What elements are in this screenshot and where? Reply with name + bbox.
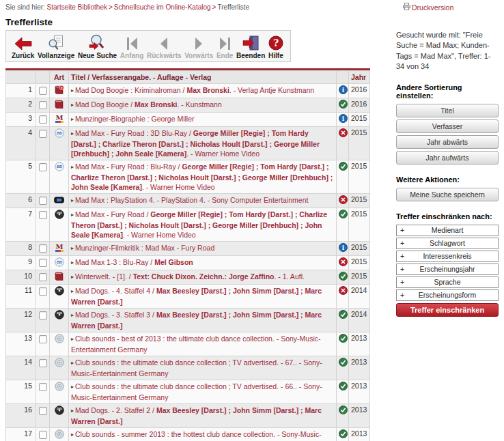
help-question-icon: ? [268,35,283,51]
title-link[interactable]: ▸Club sounds : the ultimate club dance c… [71,358,322,378]
facet-label: Sprache [434,278,460,286]
title-link[interactable]: ▸Mad Dog Boogie / Max Bronski. - Kunstma… [71,100,222,109]
title-link[interactable]: ▸Club sounds : the ultimate club dance c… [71,382,322,401]
action-button-meine-suche-speichern[interactable]: Meine Suche speichern [396,188,499,201]
title-link[interactable]: ▸Club sounds - best of 2013 : the ultima… [71,335,321,354]
title-link[interactable]: ▸Mad Dogs. - 3. Staffel 3 / Max Beesley … [71,311,322,330]
title-link[interactable]: ▸Mad Max - Fury Road : Blu-Ray / George … [71,162,333,191]
facet-label: Schlagwort [430,239,465,247]
toolbar-label: Hilfe [268,52,283,59]
status-available-icon [339,408,348,416]
svg-text:?: ? [273,38,279,48]
header-status [337,71,349,84]
facet-medienart[interactable]: + Medienart [396,225,499,236]
result-row: 15 ▸Club sounds : the ultimate club danc… [6,380,370,404]
facet-erscheinungsjahr[interactable]: + Erscheinungsjahr [396,264,499,275]
row-checkbox[interactable] [39,211,47,219]
printer-icon [403,3,410,12]
title-link[interactable]: ▸Mad Max - Fury Road : 3D Blu-Ray / Geor… [71,129,320,158]
expand-plus-icon: + [400,226,404,234]
facet-erscheinungsform[interactable]: + Erscheinungsform [396,289,499,301]
status-available-icon [339,212,348,220]
header-checkbox [36,71,50,84]
result-row: 2 ▸Mad Dog Boogie / Max Bronski. - Kunst… [6,98,370,113]
row-number: 17 [6,428,36,441]
row-year: 2013 [349,332,370,356]
toolbar-hilfe-button[interactable]: ? Hilfe [268,33,283,59]
row-checkbox[interactable] [39,101,47,109]
title-link[interactable]: ▸Munzinger-Biographie : George Miller [71,115,195,123]
arrow-previous-icon [159,37,169,51]
magnifier-document-icon [48,35,64,51]
toolbar-beenden-button[interactable]: Beenden [236,33,265,59]
row-number: 10 [6,270,36,285]
result-row: 6 ▸Mad Max : PlayStation 4. - PlayStatio… [6,194,370,208]
toolbar-label: Rückwärts [147,52,182,59]
row-checkbox[interactable] [39,383,47,391]
magnifier-new-icon [88,34,107,51]
print-version-link[interactable]: Druckversion [403,3,453,12]
sort-button-jahr-abwarts[interactable]: Jahr abwärts [396,135,499,149]
title-link[interactable]: ▸Mad Max - Fury Road / George Miller [Re… [71,210,327,239]
toolbar-zuruck-button[interactable]: Zurück [12,33,34,59]
toolbar-label: Anfang [120,52,143,59]
expand-triangle-icon: ▸ [71,408,74,414]
svg-text:DVD: DVD [57,288,62,291]
facet-interessenkreis[interactable]: + Interessenkreis [396,251,499,262]
row-checkbox[interactable] [39,163,47,171]
sort-button-jahr-aufwarts[interactable]: Jahr aufwärts [396,151,499,165]
status-available-icon [339,431,348,440]
row-number: 15 [6,380,36,404]
sort-button-verfasser[interactable]: Verfasser [396,119,499,133]
row-number: 11 [6,285,36,309]
title-link[interactable]: ▸Mad Dogs. - 4. Staffel 4 / Max Beesley … [71,287,322,306]
title-link[interactable]: ▸Mad Dogs. - 2. Staffel 2 / Max Beesley … [71,406,322,425]
title-link[interactable]: ▸Munzinger-Filmkritik : Mad Max - Fury R… [71,244,214,252]
title-link[interactable]: ▸Mad Dog Boogie : Kriminalroman / Max Br… [71,86,314,94]
breadcrumb-link-schnellsuche-im-online-katalog[interactable]: Schnellsuche im Online-Katalog [114,3,211,11]
row-year: 2014 [349,309,370,332]
row-checkbox[interactable] [39,273,47,281]
cd-icon [55,384,64,393]
row-checkbox[interactable] [39,287,47,296]
expand-triangle-icon: ▸ [71,130,74,137]
facet-sprache[interactable]: + Sprache [396,276,499,288]
row-checkbox[interactable] [39,311,47,319]
row-checkbox[interactable] [39,87,47,95]
row-checkbox[interactable] [39,407,47,415]
svg-text:M: M [55,243,63,251]
row-checkbox[interactable] [39,130,47,138]
row-checkbox[interactable] [39,115,47,124]
toolbar-vollanzeige-button[interactable]: Vollanzeige [38,33,74,59]
svg-text:BD: BD [57,165,62,169]
expand-triangle-icon: ▸ [71,259,74,266]
breadcrumb-link-startseite-bibliothek[interactable]: Startseite Bibliothek [47,3,107,11]
facet-schlagwort[interactable]: + Schlagwort [396,238,499,249]
title-link[interactable]: ▸Mad Max : PlayStation 4. - PlayStation … [71,196,308,204]
row-number: 13 [6,332,36,356]
restrict-results-button[interactable]: Treffer einschränken [396,303,499,317]
row-checkbox[interactable] [39,244,47,253]
result-row: 17 ▸Club sounds - summer 2013 : the hott… [6,428,370,441]
row-checkbox[interactable] [39,197,47,205]
dvd-icon: DVD [55,408,64,416]
result-row: 10 ▸Winterwelt. - [1]. / Text: Chuck Dix… [6,270,370,285]
title-link[interactable]: ▸Winterwelt. - [1]. / Text: Chuck Dixon.… [71,272,305,281]
title-link[interactable]: ▸Club sounds - summer 2013 : the hottest… [71,430,322,441]
expand-plus-icon: + [400,278,404,286]
expand-triangle-icon: ▸ [71,87,74,94]
row-checkbox[interactable] [39,359,47,367]
title-link[interactable]: ▸Mad Max 1-3 : Blu-Ray / Mel Gibson [71,258,193,266]
toolbar-neue-suche-button[interactable]: Neue Suche [78,33,117,59]
skip-last-icon [219,37,232,51]
cd-icon [55,360,64,369]
cd-icon [55,432,64,440]
status-available-icon [339,274,348,282]
row-checkbox[interactable] [39,259,47,267]
expand-plus-icon: + [400,239,404,247]
row-checkbox[interactable] [39,431,47,439]
sort-button-titel[interactable]: Titel [396,104,499,117]
row-checkbox[interactable] [39,335,47,343]
row-year: 2015 [349,113,370,127]
row-number: 4 [6,127,36,160]
